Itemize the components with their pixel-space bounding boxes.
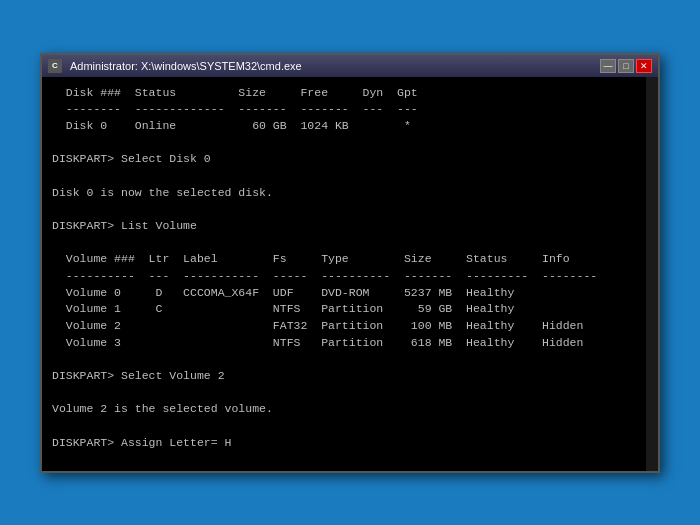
cmd-icon: C [48, 59, 62, 73]
console-line: Volume 3 NTFS Partition 618 MB Healthy H… [52, 335, 636, 352]
console-line: DISKPART> Select Disk 0 [52, 151, 636, 168]
minimize-button[interactable]: — [600, 59, 616, 73]
console-line [52, 418, 636, 435]
console-line [52, 451, 636, 468]
console-line [52, 168, 636, 185]
title-bar-left: C Administrator: X:\windows\SYSTEM32\cmd… [48, 59, 302, 73]
console-line: Disk ### Status Size Free Dyn Gpt [52, 85, 636, 102]
console-line [52, 235, 636, 252]
console-line: Volume 0 D CCCOMA_X64F UDF DVD-ROM 5237 … [52, 285, 636, 302]
console-line: ---------- --- ----------- ----- -------… [52, 268, 636, 285]
maximize-button[interactable]: □ [618, 59, 634, 73]
title-bar-controls: — □ ✕ [600, 59, 652, 73]
console-line: DISKPART> Select Volume 2 [52, 368, 636, 385]
console-line: DISKPART> List Volume [52, 218, 636, 235]
title-bar: C Administrator: X:\windows\SYSTEM32\cmd… [42, 55, 658, 77]
window-title: Administrator: X:\windows\SYSTEM32\cmd.e… [70, 60, 302, 72]
console-line: Volume 1 C NTFS Partition 59 GB Healthy [52, 301, 636, 318]
console-line [52, 201, 636, 218]
console-line: DISKPART> Assign Letter= H [52, 435, 636, 452]
console-line [52, 351, 636, 368]
console-line: Volume ### Ltr Label Fs Type Size Status… [52, 251, 636, 268]
console-line: Disk 0 is now the selected disk. [52, 185, 636, 202]
console-line [52, 385, 636, 402]
cmd-window: C Administrator: X:\windows\SYSTEM32\cmd… [40, 53, 660, 473]
console-line: Disk 0 Online 60 GB 1024 KB * [52, 118, 636, 135]
console-output: Disk ### Status Size Free Dyn Gpt ------… [42, 77, 646, 471]
scrollbar[interactable] [646, 77, 658, 471]
console-line: DiskPart successfully assigned the drive… [52, 468, 636, 471]
console-line: Volume 2 is the selected volume. [52, 401, 636, 418]
console-line [52, 135, 636, 152]
close-button[interactable]: ✕ [636, 59, 652, 73]
console-line: -------- ------------- ------- ------- -… [52, 101, 636, 118]
console-line: Volume 2 FAT32 Partition 100 MB Healthy … [52, 318, 636, 335]
